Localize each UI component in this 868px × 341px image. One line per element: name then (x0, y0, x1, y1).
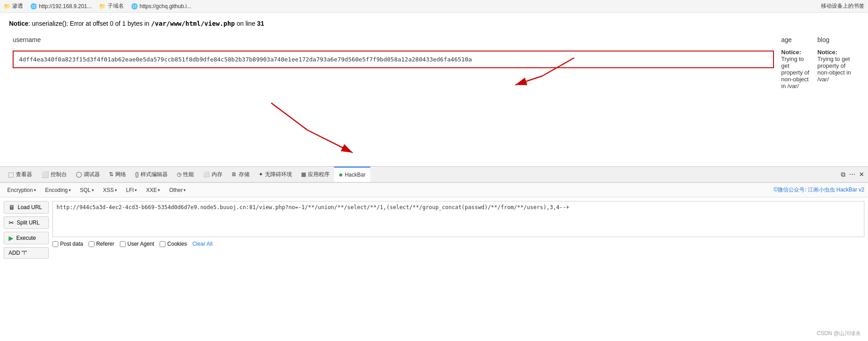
svg-line-3 (307, 130, 353, 153)
hackbar-panel: Encryption ▾ Encoding ▾ SQL ▾ XSS ▾ LFI … (0, 182, 868, 300)
menu-other[interactable]: Other ▾ (165, 186, 189, 194)
devtools-tab-accessibility[interactable]: ✦ 无障碍环境 (254, 167, 297, 182)
hackbar-menu: Encryption ▾ Encoding ▾ SQL ▾ XSS ▾ LFI … (0, 183, 868, 197)
hash-cell: 4dff4ea340f0a823f15d3f4f01ab62eae0e5da57… (9, 45, 778, 91)
close-devtools-icon[interactable]: ✕ (859, 171, 864, 178)
split-url-icon: ✂ (9, 219, 14, 226)
globe-icon: 🌐 (30, 3, 37, 9)
hash-value: 4dff4ea340f0a823f15d3f4f01ab62eae0e5da57… (13, 51, 774, 68)
style-editor-icon: {} (135, 171, 139, 178)
svg-line-4 (271, 103, 307, 130)
notice-bar: Notice: unserialize(): Error at offset 0… (9, 20, 859, 27)
hackbar-options-row: Post data Referer User Agent Cookies Cle… (52, 239, 864, 249)
execute-button[interactable]: ▶ Execute (4, 232, 49, 244)
encryption-arrow-icon: ▾ (34, 188, 36, 192)
folder-icon-2: 📁 (99, 3, 106, 9)
hackbar-credit: ©微信公众号: 江南小虫虫 HackBar v2 (774, 186, 864, 194)
devtools-tab-hackbar[interactable]: ● HackBar (334, 167, 370, 182)
col-blog: blog (814, 34, 859, 45)
bookmark-infiltration[interactable]: 📁 渗透 (4, 2, 23, 10)
encoding-arrow-icon: ▾ (69, 188, 71, 192)
post-data-checkbox[interactable]: Post data (52, 241, 83, 247)
data-table: username age blog 4dff4ea340f0a823f15d3f… (9, 34, 859, 91)
bookmark-gchq[interactable]: 🌐 https://gchq.github.i... (131, 3, 191, 9)
col-username: username (9, 34, 506, 45)
copy-panel-icon[interactable]: ⧉ (841, 171, 845, 178)
devtools-tab-network[interactable]: ⇅ 网络 (104, 167, 131, 182)
blog-notice: Notice: Trying to get property of non-ob… (814, 45, 859, 91)
referer-checkbox[interactable]: Referer (89, 241, 114, 247)
menu-encryption[interactable]: Encryption ▾ (4, 186, 40, 194)
performance-icon: ◷ (177, 171, 181, 178)
bookmark-ip[interactable]: 🌐 http://192.168.9.201... (30, 3, 92, 9)
more-options-icon[interactable]: ⋯ (849, 171, 855, 178)
globe-icon-2: 🌐 (131, 3, 138, 9)
application-icon: ▦ (301, 171, 306, 178)
menu-xss[interactable]: XSS ▾ (99, 186, 121, 194)
load-url-button[interactable]: 🖥 Load URL (4, 201, 49, 214)
menu-sql[interactable]: SQL ▾ (76, 186, 98, 194)
devtools-tab-memory[interactable]: ⬜ 内存 (198, 167, 227, 182)
mobile-bookmarks: 移动设备上的书签 (821, 2, 864, 10)
sql-arrow-icon: ▾ (92, 188, 94, 192)
add-button[interactable]: ADD "!" (4, 247, 49, 259)
notice-path: /var/www/html/view.php (151, 20, 235, 27)
menu-xxe[interactable]: XXE ▾ (142, 186, 164, 194)
inspector-icon: ⬚ (8, 171, 14, 178)
split-url-button[interactable]: ✂ Split URL (4, 216, 49, 229)
table-row: 4dff4ea340f0a823f15d3f4f01ab62eae0e5da57… (9, 45, 859, 91)
devtools-actions: ⧉ ⋯ ✕ (841, 171, 864, 178)
menu-lfi[interactable]: LFI ▾ (123, 186, 141, 194)
other-arrow-icon: ▾ (184, 188, 186, 192)
hackbar-sidebar: 🖥 Load URL ✂ Split URL ▶ Execute ADD "!" (4, 201, 49, 275)
notice-line: 31 (257, 20, 264, 27)
folder-icon: 📁 (4, 3, 10, 9)
cookies-checkbox[interactable]: Cookies (160, 241, 187, 247)
xxe-arrow-icon: ▾ (158, 188, 160, 192)
devtools-tab-style-editor[interactable]: {} 样式编辑器 (131, 167, 172, 182)
memory-icon: ⬜ (203, 171, 210, 178)
xss-arrow-icon: ▾ (115, 188, 117, 192)
bookmark-bar: 📁 渗透 🌐 http://192.168.9.201... 📁 子域名 🌐 h… (0, 0, 868, 13)
devtools-tab-application[interactable]: ▦ 应用程序 (297, 167, 334, 182)
url-input[interactable]: http://944c5a3d-4ec2-4cd3-b669-5354d0d6d… (52, 201, 864, 237)
clear-all-link[interactable]: Clear All (192, 241, 212, 247)
hackbar-body: 🖥 Load URL ✂ Split URL ▶ Execute ADD "!"… (0, 197, 868, 279)
bookmark-subdomain[interactable]: 📁 子域名 (99, 2, 124, 10)
hackbar-url-area: http://944c5a3d-4ec2-4cd3-b669-5354d0d6d… (52, 201, 864, 275)
devtools-tab-storage[interactable]: 🗎 存储 (227, 167, 254, 182)
watermark: CSDN @山川绿水 (816, 330, 861, 337)
notice-label: Notice (9, 20, 28, 27)
devtools-tab-inspector[interactable]: ⬚ 查看器 (4, 167, 37, 182)
devtools-bar: ⬚ 查看器 ⬜ 控制台 ◯ 调试器 ⇅ 网络 {} 样式编辑器 ◷ 性能 ⬜ 内… (0, 166, 868, 182)
menu-encoding[interactable]: Encoding ▾ (42, 186, 75, 194)
network-icon: ⇅ (109, 171, 113, 178)
lfi-arrow-icon: ▾ (135, 188, 137, 192)
user-agent-checkbox[interactable]: User Agent (120, 241, 154, 247)
accessibility-icon: ✦ (259, 171, 263, 178)
hackbar-dot-icon: ● (339, 171, 343, 179)
col-age: age (778, 34, 814, 45)
execute-icon: ▶ (9, 234, 14, 242)
age-notice: Notice: Trying to get property of non-ob… (778, 45, 814, 91)
storage-icon: 🗎 (231, 171, 237, 178)
devtools-tab-performance[interactable]: ◷ 性能 (172, 167, 198, 182)
debugger-icon: ◯ (76, 171, 82, 178)
main-content: Notice: unserialize(): Error at offset 0… (0, 13, 868, 166)
console-icon: ⬜ (41, 171, 49, 178)
devtools-tab-debugger[interactable]: ◯ 调试器 (71, 167, 104, 182)
load-url-icon: 🖥 (9, 204, 15, 211)
col-empty (506, 34, 778, 45)
devtools-tab-console[interactable]: ⬜ 控制台 (37, 167, 71, 182)
